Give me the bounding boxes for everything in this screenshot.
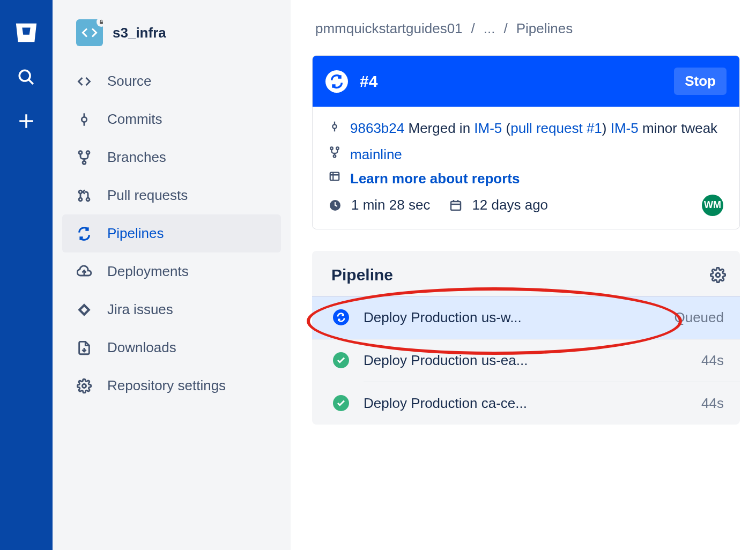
nav-label: Deployments — [107, 263, 189, 280]
settings-icon — [76, 378, 92, 393]
svg-point-13 — [86, 198, 90, 201]
svg-point-5 — [81, 117, 86, 122]
global-nav-rail — [0, 0, 53, 550]
create-icon[interactable] — [13, 108, 39, 134]
commit-hash-link[interactable]: 9863b24 — [350, 120, 404, 136]
step-status: 44s — [701, 352, 724, 369]
lock-icon — [97, 17, 106, 27]
nav-pull-requests[interactable]: Pull requests — [62, 176, 281, 214]
nav-commits[interactable]: Commits — [62, 100, 281, 138]
repo-icon — [76, 19, 103, 46]
nav-label: Source — [107, 73, 151, 90]
step-name: Deploy Production us-ea... — [364, 352, 701, 369]
nav-jira-issues[interactable]: Jira issues — [62, 291, 281, 329]
pipeline-step[interactable]: Deploy Production us-ea... 44s — [312, 339, 740, 382]
nav-label: Pull requests — [107, 187, 188, 204]
crumb-separator: / — [471, 20, 475, 37]
svg-point-12 — [79, 198, 82, 201]
build-number: #4 — [360, 72, 662, 91]
commits-icon — [76, 112, 92, 127]
reports-link[interactable]: Learn more about reports — [350, 170, 520, 187]
svg-point-31 — [716, 273, 720, 277]
branch-link[interactable]: mainline — [350, 146, 402, 163]
svg-point-22 — [333, 155, 336, 158]
step-status: Queued — [674, 309, 724, 326]
nav-label: Commits — [107, 111, 162, 128]
step-status: 44s — [701, 395, 724, 412]
nav-repository-settings[interactable]: Repository settings — [62, 367, 281, 405]
svg-point-21 — [336, 147, 339, 150]
nav-label: Repository settings — [107, 377, 226, 394]
search-icon[interactable] — [13, 64, 39, 90]
repo-header[interactable]: s3_infra — [53, 19, 291, 62]
sidebar: s3_infra Source Commits Branches Pull re… — [53, 0, 291, 550]
commit-message-tail: minor tweak — [642, 120, 717, 136]
crumb-current[interactable]: Pipelines — [516, 20, 573, 37]
svg-point-20 — [330, 147, 333, 150]
step-list: Deploy Production us-w... Queued Deploy … — [312, 296, 740, 425]
pull-request-link[interactable]: pull request #1 — [510, 120, 602, 136]
nav-label: Branches — [107, 149, 166, 166]
branches-icon — [76, 150, 92, 165]
pipelines-icon — [76, 226, 92, 241]
repo-name: s3_infra — [113, 25, 166, 41]
svg-point-16 — [83, 384, 86, 388]
nav-pipelines[interactable]: Pipelines — [62, 214, 281, 252]
success-status-icon — [333, 395, 349, 411]
nav-branches[interactable]: Branches — [62, 138, 281, 176]
success-status-icon — [333, 352, 349, 368]
build-header: #4 Stop — [313, 56, 739, 107]
breadcrumbs: pmmquickstartguides01 / ... / Pipelines — [312, 20, 740, 37]
paren-close: ) — [602, 120, 607, 136]
svg-rect-4 — [100, 22, 103, 24]
downloads-icon — [76, 340, 92, 355]
nav-label: Downloads — [107, 339, 176, 356]
nav-source[interactable]: Source — [62, 62, 281, 100]
pipeline-title: Pipeline — [331, 266, 393, 284]
running-status-icon — [333, 309, 349, 325]
main-content: pmmquickstartguides01 / ... / Pipelines … — [291, 0, 756, 550]
jira-icon — [76, 302, 92, 317]
commit-text: 9863b24 Merged in IM-5 (pull request #1)… — [350, 118, 717, 139]
crumb-ellipsis[interactable]: ... — [484, 20, 495, 37]
step-name: Deploy Production us-w... — [364, 309, 674, 326]
svg-point-9 — [86, 151, 90, 154]
deployments-icon — [76, 264, 92, 279]
avatar[interactable]: WM — [702, 195, 723, 216]
pipeline-step[interactable]: Deploy Production us-w... Queued — [312, 296, 740, 339]
build-card: #4 Stop 9863b24 Merged in IM-5 (pull req… — [312, 55, 740, 229]
running-icon — [325, 70, 348, 93]
crumb-workspace[interactable]: pmmquickstartguides01 — [315, 20, 463, 37]
branch-icon — [329, 146, 342, 158]
commit-merged-text: Merged in — [408, 120, 470, 136]
crumb-separator: / — [503, 20, 507, 37]
commit-icon — [329, 121, 342, 132]
svg-line-1 — [28, 79, 33, 84]
issue-link-2[interactable]: IM-5 — [611, 120, 639, 136]
step-name: Deploy Production ca-ce... — [364, 395, 701, 412]
nav-list: Source Commits Branches Pull requests Pi… — [53, 62, 291, 405]
build-body: 9863b24 Merged in IM-5 (pull request #1)… — [313, 107, 739, 229]
pull-requests-icon — [76, 188, 92, 203]
svg-rect-27 — [451, 202, 461, 210]
svg-point-8 — [79, 151, 82, 154]
stop-button[interactable]: Stop — [674, 68, 727, 95]
gear-icon[interactable] — [710, 267, 726, 283]
nav-label: Jira issues — [107, 301, 173, 318]
svg-point-17 — [332, 124, 336, 128]
paren-open: ( — [506, 120, 511, 136]
reports-icon — [329, 170, 342, 182]
pipeline-step[interactable]: Deploy Production ca-ce... 44s — [312, 382, 740, 425]
nav-deployments[interactable]: Deployments — [62, 252, 281, 291]
pipeline-panel: Pipeline Deploy Production us-w... Queue… — [312, 251, 740, 425]
nav-label: Pipelines — [107, 225, 164, 242]
clock-icon — [329, 199, 342, 212]
calendar-icon — [449, 199, 462, 212]
svg-point-10 — [83, 161, 86, 164]
source-icon — [76, 74, 92, 89]
svg-rect-23 — [330, 172, 339, 180]
bitbucket-logo[interactable] — [13, 19, 40, 46]
build-age: 12 days ago — [472, 197, 548, 213]
issue-link[interactable]: IM-5 — [474, 120, 502, 136]
nav-downloads[interactable]: Downloads — [62, 329, 281, 367]
